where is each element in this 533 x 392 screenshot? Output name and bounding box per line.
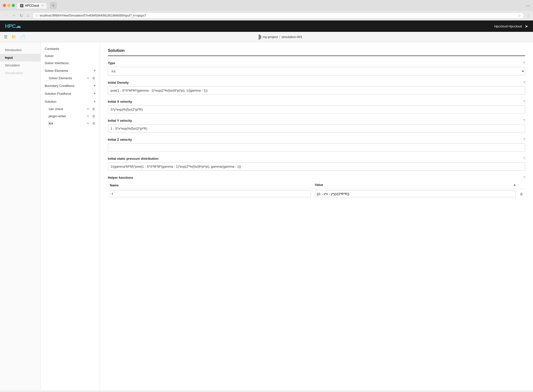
spinner-icon (256, 34, 261, 40)
initial-y-velocity-field: Initial Y velocity ? (108, 118, 525, 133)
sidebar-item-solver-elements[interactable]: Solver Elements + (41, 67, 100, 75)
new-tab-button[interactable]: + (50, 2, 57, 9)
breadcrumb-project[interactable]: my-project (263, 35, 278, 39)
left-nav: Introduction Input Simulation Visualizat… (0, 42, 41, 390)
home-button[interactable]: ⌂ (26, 13, 30, 18)
plugin-writer-delete-icon[interactable]: 🗑 (92, 114, 96, 118)
sidebar-subitem-ics[interactable]: ics ✏ 🗑 (41, 120, 100, 127)
bookmark-icon[interactable]: ☆ (518, 14, 521, 18)
helper-add-button[interactable]: + (514, 183, 516, 187)
helper-col-value: Value + (313, 181, 518, 189)
ics-actions: ✏ 🗑 (86, 121, 96, 125)
solver-elements-add-icon[interactable]: + (94, 68, 96, 73)
ics-edit-icon[interactable]: ✏ (86, 121, 90, 125)
initial-density-field: Initial Density ? (108, 80, 525, 95)
folder-icon[interactable]: 📁 (11, 35, 16, 39)
initial-z-velocity-label: Initial Z velocity (108, 138, 523, 141)
solver-elements-actions: ✏ 🗑 (86, 76, 96, 80)
logout-icon[interactable]: ➤ (525, 24, 528, 29)
sidebar-subitem-nan-check[interactable]: nan check ✏ 🗑 (41, 105, 100, 113)
type-field: Type ? ics external (108, 61, 525, 76)
app-body: Introduction Input Simulation Visualizat… (0, 42, 533, 390)
lock-icon: ⓘ (36, 14, 38, 18)
helper-col-name: Name (108, 181, 313, 189)
dot-red[interactable] (3, 4, 6, 7)
address-bar[interactable]: ⓘ localhost:9999/#/View/Simulation/57e40… (32, 12, 524, 19)
initial-static-help-icon[interactable]: ? (523, 157, 525, 160)
initial-y-velocity-help-icon[interactable]: ? (523, 118, 525, 122)
type-help-icon[interactable]: ? (523, 61, 525, 65)
helper-functions-help-icon[interactable]: ? (523, 176, 525, 179)
nan-check-delete-icon[interactable]: 🗑 (92, 107, 96, 111)
app-header: HPC☁ Hpccloud Hpccloud ➤ (0, 20, 533, 32)
nav-item-input[interactable]: Input (0, 54, 40, 61)
sidebar-item-constants[interactable]: Constants (41, 45, 100, 52)
initial-z-velocity-field: Initial Z velocity ? (108, 137, 525, 152)
document-icon[interactable]: 📄 (20, 35, 25, 39)
boundary-conditions-add-icon[interactable]: + (94, 83, 96, 88)
forward-button[interactable]: → (11, 13, 17, 18)
dot-yellow[interactable] (7, 4, 10, 7)
initial-x-velocity-field: Initial X velocity ? (108, 99, 525, 114)
app-header-right: Hpccloud Hpccloud ➤ (494, 24, 528, 29)
sidebar-item-solution-fluidforce[interactable]: Solution Fluidforce + (41, 90, 100, 98)
solution-fluidforce-add-icon[interactable]: + (94, 91, 96, 96)
initial-y-velocity-input[interactable] (108, 124, 525, 133)
helper-functions-label: Helper functions (108, 176, 523, 179)
solution-add-icon[interactable]: + (94, 99, 96, 104)
helper-col-actions (518, 181, 525, 189)
helper-delete-cell: 🗑 (518, 189, 525, 199)
helper-value-cell (313, 189, 518, 199)
helper-value-input[interactable] (315, 191, 516, 197)
helper-functions-field: Helper functions ? Name Value + (108, 176, 525, 199)
solver-elements-delete-icon[interactable]: 🗑 (92, 76, 96, 80)
breadcrumb-separator: / (279, 35, 280, 39)
initial-density-label: Initial Density (108, 81, 523, 84)
section-title: Solution (108, 48, 525, 56)
nav-item-visualization: Visualization (0, 69, 40, 77)
sidebar-subitem-solver-elements[interactable]: Solver Elements ✏ 🗑 (41, 75, 100, 82)
helper-table: Name Value + (108, 181, 525, 199)
dot-green[interactable] (12, 4, 15, 7)
type-select[interactable]: ics external (108, 67, 525, 76)
sidebar-item-solver[interactable]: Solver (41, 52, 100, 59)
back-button[interactable]: ← (3, 13, 9, 18)
sidebar-item-solver-interfaces[interactable]: Solver Interfaces (41, 59, 100, 67)
menu-icon[interactable]: ☰ (4, 35, 7, 39)
ics-delete-icon[interactable]: 🗑 (92, 121, 96, 125)
sidebar-item-boundary-conditions[interactable]: Boundary Conditions + (41, 82, 100, 90)
browser-addressbar: ← → ↻ ⌂ ⓘ localhost:9999/#/View/Simulati… (0, 11, 533, 20)
breadcrumb: my-project / simulation-001 (256, 34, 303, 40)
main-content: Solution Type ? ics external Initial Den… (100, 42, 533, 390)
breadcrumb-simulation[interactable]: simulation-001 (282, 35, 303, 39)
app-logo: HPC☁ (5, 23, 21, 29)
plugin-writer-edit-icon[interactable]: ✏ (86, 114, 90, 118)
app-toolbar: ☰ 📁 📄 my-project / simulation-001 (0, 32, 533, 42)
nav-item-simulation[interactable]: Simulation (0, 61, 40, 69)
refresh-button[interactable]: ↻ (19, 13, 24, 19)
browser-menu-button[interactable]: ⋮ (526, 13, 530, 18)
nan-check-actions: ✏ 🗑 (86, 107, 96, 111)
initial-density-help-icon[interactable]: ? (523, 80, 525, 84)
nav-item-introduction[interactable]: Introduction (0, 46, 40, 54)
initial-z-velocity-help-icon[interactable]: ? (523, 137, 525, 141)
browser-tab[interactable]: H HPCCloud ✕ (17, 2, 47, 9)
initial-x-velocity-header: Initial X velocity ? (108, 99, 525, 103)
browser-titlebar: H HPCCloud ✕ + — (0, 0, 533, 11)
initial-density-input[interactable] (108, 86, 525, 95)
helper-delete-button[interactable]: 🗑 (520, 192, 523, 196)
initial-x-velocity-input[interactable] (108, 105, 525, 114)
user-name: Hpccloud Hpccloud (494, 24, 522, 28)
nan-check-edit-icon[interactable]: ✏ (86, 107, 90, 111)
initial-z-velocity-input[interactable] (108, 143, 525, 152)
type-field-header: Type ? (108, 61, 525, 65)
initial-y-velocity-header: Initial Y velocity ? (108, 118, 525, 122)
tab-close[interactable]: ✕ (41, 4, 44, 7)
sidebar-subitem-plugin-writer[interactable]: plugin-writer ✏ 🗑 (41, 113, 100, 120)
helper-name-input[interactable] (110, 191, 311, 197)
initial-static-input[interactable] (108, 162, 525, 171)
url-text: localhost:9999/#/View/Simulation/57e4084… (40, 14, 516, 17)
sidebar-item-solution[interactable]: Solution + (41, 98, 100, 105)
initial-x-velocity-help-icon[interactable]: ? (523, 99, 525, 103)
solver-elements-edit-icon[interactable]: ✏ (86, 76, 90, 80)
